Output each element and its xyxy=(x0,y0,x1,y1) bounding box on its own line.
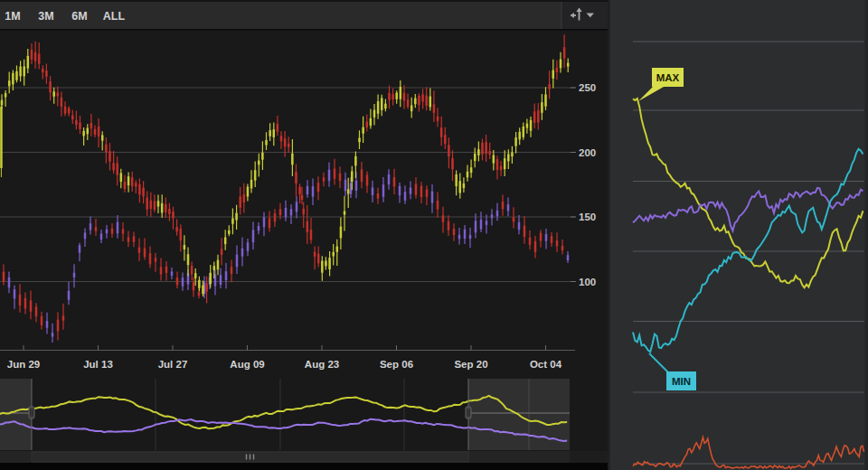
svg-text:Jul 13: Jul 13 xyxy=(83,359,113,370)
svg-text:3M: 3M xyxy=(38,10,53,23)
svg-text:Oct 04: Oct 04 xyxy=(530,359,562,370)
svg-text:MAX: MAX xyxy=(656,72,680,83)
svg-text:250: 250 xyxy=(579,82,596,93)
svg-text:100: 100 xyxy=(579,277,596,287)
svg-text:Jun 29: Jun 29 xyxy=(7,359,40,370)
svg-text:Sep 20: Sep 20 xyxy=(454,359,487,370)
svg-text:Sep 06: Sep 06 xyxy=(380,359,413,370)
svg-text:MIN: MIN xyxy=(672,376,691,387)
svg-text:200: 200 xyxy=(579,147,596,158)
svg-text:Aug 23: Aug 23 xyxy=(305,359,339,370)
svg-text:150: 150 xyxy=(579,212,596,222)
svg-text:Jul 27: Jul 27 xyxy=(158,359,188,370)
svg-text:Aug 09: Aug 09 xyxy=(230,359,264,370)
svg-text:6M: 6M xyxy=(71,10,87,23)
svg-text:ALL: ALL xyxy=(103,10,126,23)
svg-text:1M: 1M xyxy=(5,10,20,23)
